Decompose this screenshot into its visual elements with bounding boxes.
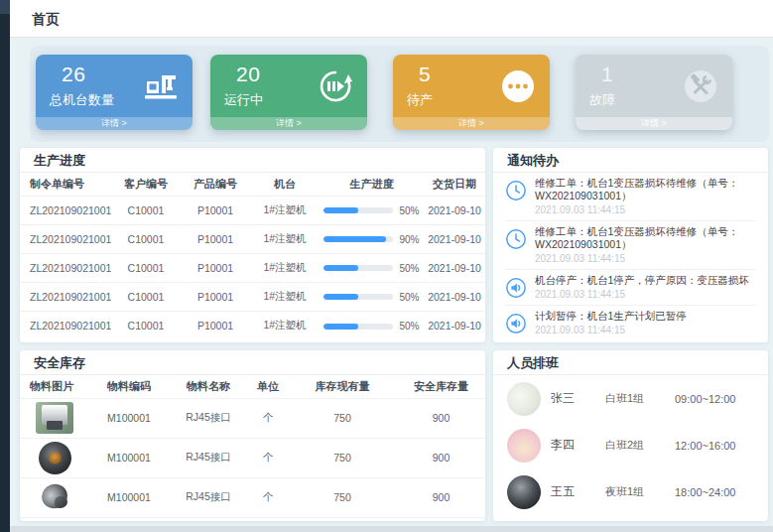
- schedule-row[interactable]: 李四 白班2组 12:00~16:00: [493, 422, 768, 468]
- running-icon: [318, 68, 353, 104]
- production-progress-panel: 生产进度 制令单编号 客户编号 产品编号 机台 生产进度 交货日期 ZL2021…: [20, 148, 485, 342]
- stat-card-running[interactable]: 20 运行中 详情 >: [210, 55, 367, 130]
- notification-text: 维修工单：机台1变压器损坏待维修（单号：WX202109031001）: [535, 225, 756, 251]
- stat-label: 运行中: [224, 91, 263, 109]
- staff-time: 12:00~16:00: [675, 440, 735, 452]
- avatar: [507, 475, 541, 509]
- notifications-panel: 通知待办 维修工单：机台1变压器损坏待维修（单号：WX202109031001）…: [493, 148, 768, 342]
- notification-text: 维修工单：机台1变压器损坏待维修（单号：WX202109031001）: [535, 177, 756, 202]
- col-header: 安全库存量: [397, 375, 485, 398]
- production-table: 制令单编号 客户编号 产品编号 机台 生产进度 交货日期 ZL202109021…: [20, 173, 485, 339]
- progress-bar: 50%: [323, 263, 419, 274]
- table-row[interactable]: ZL202109021001 C10001 P10001 1#注塑机 90% 2…: [20, 224, 485, 253]
- stat-card-total-machines[interactable]: 26 总机台数量 详情 >: [36, 55, 193, 130]
- notification-item[interactable]: 维修工单：机台1变压器损坏待维修（单号：WX202109031001）2021.…: [505, 173, 756, 221]
- col-header: 物料编码: [89, 375, 169, 398]
- stat-label: 总机台数量: [50, 91, 114, 109]
- schedule-row[interactable]: 张三 白班1组 09:00~12:00: [493, 375, 768, 422]
- staff-shift: 夜班1组: [605, 484, 675, 499]
- panel-title: 生产进度: [20, 148, 485, 173]
- inventory-table: 物料图片 物料编码 物料名称 单位 库存现有量 安全库存量 M100001 RJ…: [20, 375, 485, 518]
- stat-value: 20: [236, 63, 260, 86]
- col-header: 库存现有量: [288, 375, 397, 398]
- card-detail-link[interactable]: 详情 >: [210, 117, 367, 130]
- speaker-icon: [505, 313, 527, 334]
- schedule-row[interactable]: 王五 夜班1组 18:00~24:00: [493, 468, 768, 515]
- panel-title: 人员排班: [493, 350, 768, 375]
- staff-time: 09:00~12:00: [675, 393, 735, 405]
- avatar: [507, 382, 541, 416]
- notification-item[interactable]: 机台停产：机台1停产，停产原因：变压器损坏2021.09.03 11:44:15: [505, 270, 756, 306]
- stat-label: 待产: [407, 91, 433, 109]
- material-image-speaker-front: [39, 442, 71, 474]
- tools-icon: [683, 68, 718, 104]
- col-header: 生产进度: [320, 173, 424, 196]
- card-detail-link[interactable]: 详情 >: [393, 117, 550, 130]
- avatar: [507, 429, 541, 463]
- table-row[interactable]: M100001 RJ45接口 个 750 900: [20, 438, 485, 477]
- table-row[interactable]: M100001 RJ45接口 个 750 900: [20, 477, 485, 517]
- col-header: 制令单编号: [20, 173, 111, 196]
- staff-name: 张三: [551, 390, 605, 407]
- col-header: 物料图片: [20, 375, 89, 398]
- table-header-row: 制令单编号 客户编号 产品编号 机台 生产进度 交货日期: [20, 173, 485, 196]
- col-header: 产品编号: [181, 173, 250, 196]
- bottom-scrollbar-area[interactable]: [10, 526, 773, 532]
- clock-icon: [505, 180, 527, 201]
- notification-item[interactable]: 计划暂停：机台1生产计划已暂停2021.09.03 11:44:15: [505, 306, 756, 340]
- notification-time: 2021.09.03 11:44:15: [535, 325, 687, 336]
- progress-bar: 50%: [323, 205, 419, 216]
- clock-icon: [505, 228, 527, 250]
- stat-label: 故障: [589, 91, 615, 109]
- safety-stock-panel: 安全库存 物料图片 物料编码 物料名称 单位 库存现有量 安全库存量 M1000…: [20, 350, 485, 521]
- staff-shift: 白班2组: [605, 438, 675, 453]
- card-detail-link[interactable]: 详情 >: [36, 117, 193, 130]
- table-row[interactable]: ZL202109021001 C10001 P10001 1#注塑机 50% 2…: [20, 282, 485, 311]
- notification-text: 机台停产：机台1停产，停产原因：变压器损坏: [535, 274, 749, 287]
- material-image-rj45: [36, 402, 73, 434]
- page-header: 首页: [10, 0, 773, 38]
- staff-name: 王五: [551, 483, 605, 500]
- table-row[interactable]: M100001 RJ45接口 个 750 900: [20, 398, 485, 438]
- stat-value: 5: [419, 63, 431, 86]
- col-header: 单位: [248, 375, 288, 398]
- table-row[interactable]: ZL202109021001 C10001 P10001 1#注塑机 50% 2…: [20, 196, 485, 224]
- col-header: 机台: [250, 173, 320, 196]
- progress-bar: 50%: [323, 321, 419, 332]
- staff-time: 18:00~24:00: [675, 486, 735, 498]
- stat-card-fault[interactable]: 1 故障 详情 >: [576, 55, 732, 130]
- progress-bar: 90%: [323, 234, 419, 245]
- progress-bar: 50%: [323, 292, 419, 303]
- col-header: 交货日期: [424, 173, 485, 196]
- table-header-row: 物料图片 物料编码 物料名称 单位 库存现有量 安全库存量: [20, 375, 485, 398]
- machine-icon: [143, 68, 179, 104]
- material-image-speaker-side: [39, 482, 71, 512]
- ellipsis-icon: [500, 68, 536, 104]
- stat-value: 1: [601, 63, 613, 86]
- stat-value: 26: [62, 63, 85, 86]
- panel-title: 通知待办: [493, 148, 768, 173]
- table-row[interactable]: ZL202109021001 C10001 P10001 1#注塑机 50% 2…: [20, 253, 485, 282]
- col-header: 物料名称: [169, 375, 248, 398]
- notification-time: 2021.09.03 11:44:15: [535, 289, 749, 301]
- table-row[interactable]: ZL202109021001 C10001 P10001 1#注塑机 50% 2…: [20, 311, 485, 339]
- notification-time: 2021.09.03 11:44:15: [535, 253, 756, 265]
- notification-item[interactable]: 维修工单：机台1变压器损坏待维修（单号：WX202109031001）2021.…: [505, 221, 756, 270]
- staff-name: 李四: [551, 437, 605, 454]
- col-header: 客户编号: [111, 173, 181, 196]
- page-title: 首页: [32, 11, 60, 29]
- sidebar-edge: [0, 0, 10, 532]
- notification-time: 2021.09.03 11:44:15: [535, 204, 756, 216]
- panel-title: 安全库存: [20, 350, 485, 375]
- notification-text: 计划暂停：机台1生产计划已暂停: [535, 310, 687, 323]
- speaker-icon: [505, 277, 527, 299]
- staff-schedule-panel: 人员排班 张三 白班1组 09:00~12:00 李四 白班2组 12:00~1…: [493, 350, 768, 521]
- staff-shift: 白班1组: [605, 391, 675, 406]
- card-detail-link[interactable]: 详情 >: [576, 117, 732, 130]
- stat-cards-container: 26 总机台数量 详情 > 20 运行中 详情 > 5 待产: [30, 46, 769, 142]
- stat-card-waiting[interactable]: 5 待产 详情 >: [393, 55, 550, 130]
